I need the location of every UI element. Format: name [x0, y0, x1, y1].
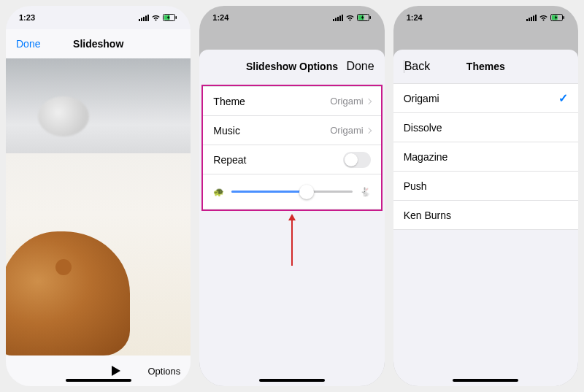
- rabbit-icon: 🐇: [360, 187, 371, 197]
- done-button[interactable]: Done: [346, 60, 374, 73]
- svg-rect-1: [141, 18, 142, 21]
- svg-rect-0: [139, 19, 140, 21]
- play-button[interactable]: [112, 366, 120, 376]
- row-label: Music: [213, 125, 240, 137]
- options-button[interactable]: Options: [148, 366, 181, 377]
- back-button[interactable]: Back: [404, 60, 431, 73]
- options-list: Theme Origami Music Origami Repeat 🐢: [203, 86, 380, 210]
- svg-rect-17: [529, 18, 530, 21]
- svg-rect-11: [339, 15, 341, 21]
- status-icons: [333, 14, 372, 21]
- svg-rect-2: [143, 17, 145, 21]
- theme-row[interactable]: Dissolve: [393, 113, 578, 142]
- annotation-highlight: Theme Origami Music Origami Repeat 🐢: [201, 85, 382, 211]
- theme-value: Origami: [330, 96, 364, 107]
- theme-row[interactable]: Push: [393, 172, 578, 201]
- back-label: Back: [404, 60, 431, 72]
- nav-bar: Done Slideshow: [6, 29, 191, 58]
- theme-label: Dissolve: [404, 122, 442, 134]
- svg-rect-18: [531, 17, 532, 21]
- theme-label: Ken Burns: [404, 210, 451, 221]
- theme-row[interactable]: Origami✓: [393, 84, 578, 113]
- row-label: Repeat: [213, 154, 246, 166]
- svg-rect-9: [335, 18, 337, 21]
- battery-icon: [163, 14, 177, 21]
- sheet-nav: Slideshow Options Done: [199, 50, 384, 83]
- status-bar: 1:23: [6, 6, 191, 29]
- svg-rect-3: [145, 15, 147, 21]
- svg-rect-12: [342, 15, 343, 21]
- cellular-icon: [139, 15, 149, 21]
- sheet-nav: Back Themes: [393, 50, 578, 83]
- wifi-icon: [151, 15, 161, 21]
- svg-rect-7: [176, 16, 177, 19]
- battery-icon: [550, 14, 565, 21]
- wifi-icon: [539, 15, 548, 21]
- cellular-icon: [333, 15, 343, 21]
- checkmark-icon: ✓: [558, 91, 568, 105]
- phone-themes: 1:24 Back Themes Origami✓DissolveMagazin…: [393, 6, 578, 386]
- wifi-icon: [345, 15, 355, 21]
- phone-slideshow: 1:23 Done Slideshow Options: [6, 6, 191, 386]
- themes-list: Origami✓DissolveMagazinePushKen Burns: [393, 83, 578, 230]
- status-icons: [526, 14, 565, 21]
- theme-row[interactable]: Theme Origami: [203, 87, 380, 116]
- turtle-icon: 🐢: [213, 187, 224, 197]
- repeat-row: Repeat: [203, 145, 380, 174]
- music-row[interactable]: Music Origami: [203, 116, 380, 145]
- home-indicator[interactable]: [66, 379, 131, 382]
- svg-rect-23: [563, 16, 564, 19]
- speed-slider[interactable]: [231, 191, 352, 193]
- speed-slider-row: 🐢 🐇: [203, 174, 380, 210]
- theme-label: Push: [404, 180, 427, 192]
- status-icons: [139, 14, 177, 21]
- status-time: 1:24: [407, 13, 423, 22]
- home-indicator[interactable]: [453, 379, 518, 382]
- status-time: 1:24: [212, 13, 228, 22]
- theme-row[interactable]: Magazine: [393, 142, 578, 172]
- theme-label: Origami: [404, 93, 439, 104]
- annotation-arrow: [288, 214, 296, 266]
- row-label: Theme: [213, 96, 245, 107]
- cellular-icon: [526, 15, 537, 21]
- battery-icon: [357, 14, 372, 21]
- slideshow-photo-2[interactable]: [6, 153, 191, 356]
- svg-rect-15: [369, 16, 371, 19]
- status-bar: 1:24: [199, 6, 384, 29]
- home-indicator[interactable]: [259, 379, 325, 382]
- music-value: Origami: [330, 125, 364, 136]
- svg-rect-20: [535, 15, 537, 21]
- status-time: 1:23: [19, 13, 35, 22]
- svg-rect-16: [526, 19, 528, 21]
- chevron-right-icon: [365, 98, 371, 104]
- repeat-switch[interactable]: [343, 152, 371, 168]
- svg-rect-4: [147, 15, 149, 21]
- slideshow-content: [6, 58, 191, 356]
- status-bar: 1:24: [393, 6, 578, 29]
- chevron-right-icon: [365, 127, 371, 133]
- svg-rect-19: [533, 15, 534, 21]
- done-button[interactable]: Done: [16, 38, 40, 50]
- theme-row[interactable]: Ken Burns: [393, 201, 578, 230]
- svg-rect-10: [337, 17, 339, 21]
- slideshow-photo-1[interactable]: [6, 58, 191, 153]
- phone-slideshow-options: 1:24 Slideshow Options Done Theme Origam…: [199, 6, 384, 386]
- svg-rect-8: [333, 19, 334, 21]
- theme-label: Magazine: [404, 151, 448, 163]
